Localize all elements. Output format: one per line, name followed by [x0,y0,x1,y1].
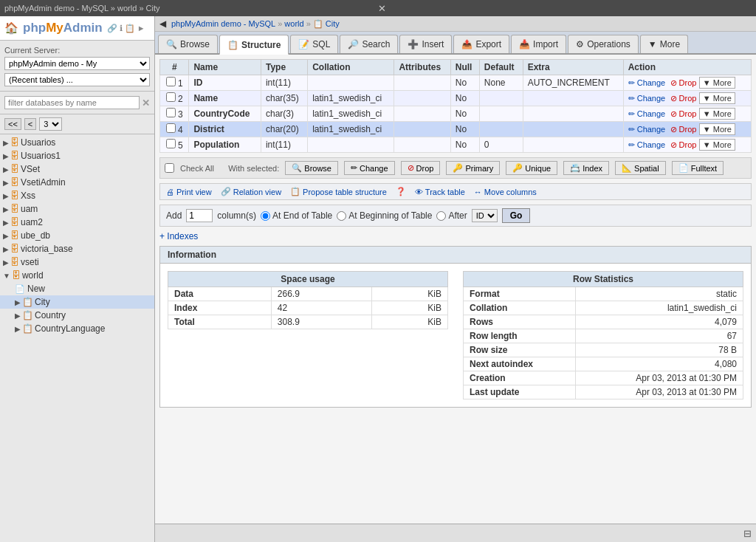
sidebar-item-vseti[interactable]: ▶ 🗄 vseti [0,255,154,269]
db-icon: 🗄 [10,164,19,174]
filter-clear-icon[interactable]: ✕ [142,97,150,109]
prev-prev-button[interactable]: << [4,118,21,130]
add-columns-input[interactable] [186,209,213,222]
breadcrumb-db[interactable]: world [284,19,303,28]
more-link[interactable]: ▼ More [699,123,735,135]
col-collation [308,75,394,91]
tab-browse[interactable]: 🔍 Browse [158,35,218,53]
sidebar-item-usuarios[interactable]: ▶ 🗄 Usuarios [0,136,154,149]
col-default: None [479,75,523,91]
sidebar-item-country[interactable]: ▶ 📋 Country [0,309,154,322]
primary-button[interactable]: 🔑 Primary [446,161,500,175]
recent-tables-select[interactable]: (Recent tables) ... [4,73,150,86]
change-link[interactable]: ✏ Change [628,125,666,134]
expand-icon: ▶ [15,298,21,306]
sidebar-item-victoria-base[interactable]: ▶ 🗄 victoria_base [0,242,154,255]
window-close-button[interactable]: ✕ [378,3,752,14]
after-column-select[interactable]: ID [472,209,498,222]
sidebar-item-city[interactable]: ▶ 📋 City [0,295,154,309]
change-link[interactable]: ✏ Change [628,78,666,88]
change-button[interactable]: ✏ Change [344,161,395,175]
tab-export[interactable]: 📤 Export [453,35,509,53]
row-checkbox[interactable] [166,108,176,117]
after-radio-label[interactable]: After [436,210,467,221]
tab-import[interactable]: 📥 Import [511,35,566,53]
move-columns-link[interactable]: ↔ Move columns [474,188,537,196]
drop-link[interactable]: ⊘ Drop [670,109,697,119]
page-select[interactable]: 3 [39,117,62,131]
table-icon: 📋 [22,297,33,307]
sidebar-item-countrylanguage[interactable]: ▶ 📋 CountryLanguage [0,322,154,335]
track-table-link[interactable]: 👁 Track table [415,188,465,196]
table-name: CountryLanguage [35,323,105,334]
breadcrumb-server[interactable]: phpMyAdmin demo - MySQL [171,19,275,28]
fulltext-button[interactable]: 📄 Fulltext [672,161,724,175]
at-beginning-radio[interactable] [337,211,346,221]
expand-icon: ▶ [3,139,9,147]
list-item: Data 266.9 KiB [168,287,448,301]
tab-operations[interactable]: ⚙ Operations [568,35,639,53]
drop-button[interactable]: ⊘ Drop [401,161,441,175]
drop-link[interactable]: ⊘ Drop [670,94,697,103]
tab-insert[interactable]: ➕ Insert [399,35,452,53]
stat-label: Row size [464,343,576,357]
row-checkbox[interactable] [166,123,176,133]
more-link[interactable]: ▼ More [699,108,735,120]
at-end-radio[interactable] [261,211,270,221]
sidebar-item-xss[interactable]: ▶ 🗄 Xss [0,189,154,202]
table-icon: 📋 [22,310,33,320]
propose-table-link[interactable]: 📋 Propose table structure [290,187,387,196]
print-view-link[interactable]: 🖨 Print view [166,188,212,196]
list-item: Creation Apr 03, 2013 at 01:30 PM [464,371,743,385]
fulltext-icon: 📄 [678,163,689,173]
indexes-link[interactable]: + Indexes [159,231,752,241]
row-checkbox[interactable] [166,139,176,148]
stat-label: Rows [464,315,576,329]
row-checkbox[interactable] [166,92,176,102]
sidebar-item-vsetiadmin[interactable]: ▶ 🗄 VsetiAdmin [0,176,154,189]
unique-button[interactable]: 🔑 Unique [506,161,557,175]
at-beginning-radio-label[interactable]: At Beginning of Table [337,210,432,221]
more-link[interactable]: ▼ More [699,92,735,104]
db-name: world [22,270,44,281]
breadcrumb-back-icon[interactable]: ◀ [159,18,166,29]
tab-structure[interactable]: 📋 Structure [219,35,289,55]
tab-more[interactable]: ▼ More [640,35,688,53]
sidebar-item-usuarios1[interactable]: ▶ 🗄 Usuarios1 [0,149,154,162]
drop-link[interactable]: ⊘ Drop [670,140,697,150]
tab-search[interactable]: 🔎 Search [340,35,398,53]
tab-sql[interactable]: 📝 SQL [290,35,338,53]
more-link[interactable]: ▼ More [699,139,735,151]
change-link[interactable]: ✏ Change [628,109,666,119]
sidebar-item-vset[interactable]: ▶ 🗄 VSet [0,162,154,176]
at-end-radio-label[interactable]: At End of Table [261,210,332,221]
spatial-button[interactable]: 📐 Spatial [615,161,666,175]
prev-button[interactable]: < [24,118,36,130]
check-all-checkbox[interactable] [165,163,174,173]
index-button[interactable]: 📇 Index [563,161,609,175]
after-radio[interactable] [436,211,446,221]
drop-link[interactable]: ⊘ Drop [670,78,697,88]
collapse-icon[interactable]: ⊟ [743,528,752,539]
list-item: Next autoindex 4,080 [464,357,743,371]
sidebar-item-ube-db[interactable]: ▶ 🗄 ube_db [0,229,154,242]
sidebar-item-uam2[interactable]: ▶ 🗄 uam2 [0,216,154,229]
drop-link[interactable]: ⊘ Drop [670,125,697,134]
sidebar-item-uam[interactable]: ▶ 🗄 uam [0,202,154,216]
relation-view-link[interactable]: 🔗 Relation view [221,187,281,196]
sidebar-item-world[interactable]: ▼ 🗄 world [0,269,154,282]
database-tree: ▶ 🗄 Usuarios ▶ 🗄 Usuarios1 ▶ 🗄 VSet ▶ 🗄 [0,134,154,542]
more-link[interactable]: ▼ More [699,77,735,89]
filter-input[interactable] [4,96,140,109]
action-bar: Check All With selected: 🔍 Browse ✏ Chan… [159,157,752,179]
go-button[interactable]: Go [502,208,531,223]
server-select[interactable]: phpMyAdmin demo - My [4,57,150,70]
sidebar-item-new[interactable]: 📄 New [0,282,154,295]
breadcrumb-table-link[interactable]: City [326,19,340,28]
row-checkbox[interactable] [166,77,176,86]
change-link[interactable]: ✏ Change [628,140,666,150]
col-header-name: Name [189,60,261,75]
change-link[interactable]: ✏ Change [628,94,666,103]
col-null: No [450,137,479,153]
browse-button[interactable]: 🔍 Browse [285,161,338,175]
